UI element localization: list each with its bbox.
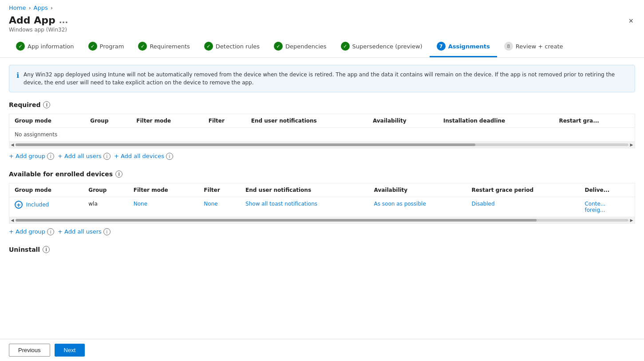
available-scroll-right[interactable]: ▶ <box>628 217 635 223</box>
uninstall-section: Uninstall i <box>9 246 635 253</box>
available-scrollbar[interactable]: ◀ ▶ <box>9 217 635 223</box>
available-add-group-info[interactable]: i <box>47 228 54 235</box>
step-checkmark-detection-rules: ✓ <box>204 42 213 51</box>
step-checkmark-supersedence: ✓ <box>341 42 350 51</box>
required-add-all-devices-info[interactable]: i <box>166 153 173 160</box>
info-banner-text: Any Win32 app deployed using Intune will… <box>24 71 628 87</box>
required-add-all-devices-link[interactable]: + Add all devices <box>114 153 164 160</box>
step-checkmark-dependencies: ✓ <box>274 42 283 51</box>
required-col-installation-deadline: Installation deadline <box>438 114 554 128</box>
available-row-availability-link[interactable]: As soon as possible <box>374 201 426 207</box>
available-title: Available for enrolled devices i <box>9 171 635 178</box>
required-add-group-link[interactable]: + Add group <box>9 153 45 160</box>
required-scroll-left[interactable]: ◀ <box>9 142 16 148</box>
page-title-ellipsis[interactable]: ... <box>59 16 68 25</box>
available-table: Group mode Group Filter mode Filter End … <box>9 183 635 217</box>
available-row-filter-mode: None <box>128 197 199 217</box>
uninstall-info-icon[interactable]: i <box>43 246 50 253</box>
available-col-delivery: Delive... <box>579 183 635 197</box>
breadcrumb-apps[interactable]: Apps <box>34 4 48 11</box>
steps-bar: ✓ App information ✓ Program ✓ Requiremen… <box>0 36 644 58</box>
breadcrumb-home[interactable]: Home <box>9 4 26 11</box>
required-add-all-users-link[interactable]: + Add all users <box>58 153 102 160</box>
required-scrollbar[interactable]: ◀ ▶ <box>9 142 635 148</box>
required-col-filter: Filter <box>203 114 246 128</box>
required-add-all-users-info[interactable]: i <box>103 153 111 160</box>
available-add-group-link[interactable]: + Add group <box>9 228 45 235</box>
step-detection-rules[interactable]: ✓ Detection rules <box>197 36 267 57</box>
available-row-filter: None <box>198 197 240 217</box>
required-col-group-mode: Group mode <box>9 114 85 128</box>
available-col-group: Group <box>83 183 128 197</box>
step-review-create[interactable]: 8 Review + create <box>497 36 570 57</box>
available-row-end-user-notifications: Show all toast notifications <box>240 197 368 217</box>
available-row-notifications-link[interactable]: Show all toast notifications <box>245 201 317 207</box>
required-title: Required i <box>9 101 635 108</box>
page-title-area: Add App ... Windows app (Win32) <box>9 15 68 33</box>
available-section: Available for enrolled devices i Group m… <box>9 171 635 235</box>
available-add-all-users-link[interactable]: + Add all users <box>58 228 102 235</box>
available-col-restart-grace-period: Restart grace period <box>466 183 579 197</box>
step-dependencies[interactable]: ✓ Dependencies <box>267 36 334 57</box>
info-icon: ℹ <box>16 71 19 87</box>
available-row-restart-link[interactable]: Disabled <box>471 201 494 207</box>
required-no-assignments-text: No assignments <box>9 128 635 142</box>
step-checkmark-requirements: ✓ <box>138 42 147 51</box>
required-col-end-user-notifications: End user notifications <box>246 114 367 128</box>
breadcrumb-sep1: › <box>28 4 31 11</box>
available-row-filter-mode-link[interactable]: None <box>134 201 147 207</box>
step-label-supersedence: Supersedence (preview) <box>352 43 423 50</box>
required-info-icon[interactable]: i <box>43 101 50 108</box>
step-label-assignments: Assignments <box>448 43 490 50</box>
info-banner: ℹ Any Win32 app deployed using Intune wi… <box>9 65 635 92</box>
required-table-header-row: Group mode Group Filter mode Filter End … <box>9 114 635 128</box>
step-label-review-create: Review + create <box>516 43 563 50</box>
step-num-assignments: 7 <box>437 42 446 51</box>
step-supersedence[interactable]: ✓ Supersedence (preview) <box>334 36 430 57</box>
available-col-group-mode: Group mode <box>9 183 83 197</box>
available-add-all-users-info[interactable]: i <box>103 228 111 235</box>
available-row-group-mode-text[interactable]: Included <box>26 202 49 208</box>
required-title-text: Required <box>9 101 40 108</box>
required-col-filter-mode: Filter mode <box>131 114 203 128</box>
page-subtitle: Windows app (Win32) <box>9 27 68 33</box>
available-info-icon[interactable]: i <box>115 171 122 178</box>
included-icon[interactable]: + <box>15 201 23 209</box>
page-title-text: Add App <box>9 15 55 26</box>
step-assignments[interactable]: 7 Assignments <box>430 36 497 57</box>
available-col-filter-mode: Filter mode <box>128 183 199 197</box>
required-add-group-info[interactable]: i <box>47 153 54 160</box>
breadcrumb-sep2: › <box>51 4 53 11</box>
breadcrumb: Home › Apps › <box>0 0 644 13</box>
step-label-app-information: App information <box>28 43 74 50</box>
step-label-dependencies: Dependencies <box>285 43 327 50</box>
available-row-group: wla <box>83 197 128 217</box>
uninstall-title-text: Uninstall <box>9 246 40 253</box>
available-table-header-row: Group mode Group Filter mode Filter End … <box>9 183 635 197</box>
available-scroll-left[interactable]: ◀ <box>9 217 16 223</box>
step-requirements[interactable]: ✓ Requirements <box>131 36 197 57</box>
required-table: Group mode Group Filter mode Filter End … <box>9 114 635 142</box>
available-row-delivery: Conte...foreig... <box>579 197 635 217</box>
close-button[interactable]: × <box>627 15 635 28</box>
required-col-availability: Availability <box>367 114 438 128</box>
available-row-delivery-link[interactable]: Conte...foreig... <box>585 201 605 213</box>
required-no-assignments-row: No assignments <box>9 128 635 142</box>
required-scroll-right[interactable]: ▶ <box>628 142 635 148</box>
uninstall-title: Uninstall i <box>9 246 635 253</box>
step-checkmark-program: ✓ <box>88 42 97 51</box>
required-col-group: Group <box>85 114 131 128</box>
available-row-group-mode: + Included <box>9 197 83 217</box>
available-row-filter-link[interactable]: None <box>204 201 217 207</box>
available-add-links: + Add group i + Add all users i <box>9 228 635 235</box>
required-col-restart-grace: Restart gra... <box>553 114 635 128</box>
page-header: Add App ... Windows app (Win32) × <box>0 13 644 36</box>
required-table-wrapper: Group mode Group Filter mode Filter End … <box>9 114 635 148</box>
step-label-program: Program <box>100 43 124 50</box>
step-app-information[interactable]: ✓ App information <box>9 36 81 57</box>
available-title-text: Available for enrolled devices <box>9 171 113 178</box>
step-program[interactable]: ✓ Program <box>81 36 131 57</box>
available-table-row: + Included wla None None Show all toast … <box>9 197 635 217</box>
available-row-restart-grace: Disabled <box>466 197 579 217</box>
available-col-availability: Availability <box>369 183 466 197</box>
